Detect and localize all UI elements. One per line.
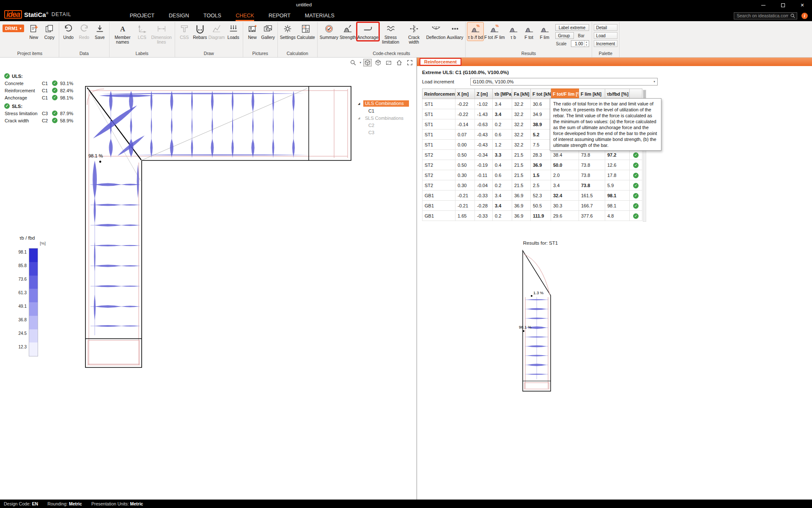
undo-button[interactable]: Undo xyxy=(61,22,76,41)
load-button[interactable]: Load xyxy=(594,32,617,39)
new-button[interactable]: New xyxy=(245,22,260,41)
display-mode-button[interactable] xyxy=(374,59,382,66)
menu-item-design[interactable]: DESIGN xyxy=(169,10,189,21)
b-f-bd-button[interactable]: %τ b /f bd xyxy=(467,22,483,41)
summary-row: Crack widthC2✓58.9% xyxy=(4,118,73,123)
expander-icon[interactable]: ◢ xyxy=(358,116,363,120)
column-header[interactable]: X [m] xyxy=(455,89,475,99)
f-tot-button[interactable]: F tot xyxy=(521,22,537,41)
zoom-menu-chevron-icon[interactable]: ▾ xyxy=(359,61,361,64)
table-row[interactable]: ST20.30-0.110.621.51.52.073.817.8✓ xyxy=(422,170,642,180)
table-cell: 32.2 xyxy=(512,99,531,109)
table-cell: 73.8 xyxy=(579,160,605,170)
status-cell: ✓ xyxy=(630,211,642,221)
loads-button[interactable]: Loads xyxy=(226,22,241,41)
column-header[interactable]: F tot/F lim [%] xyxy=(551,89,579,99)
table-row[interactable]: GB1-0.21-0.283.436.950.530.3166.798.1✓ xyxy=(422,201,642,211)
legend-color-segment xyxy=(29,262,38,276)
search-box[interactable] xyxy=(734,12,797,19)
table-row[interactable]: ST20.50-0.343.321.528.338.473.897.2✓ xyxy=(422,150,642,160)
settings-icon xyxy=(282,23,293,34)
home-view-button[interactable] xyxy=(395,59,403,66)
label-extreme-button[interactable]: Label extreme xyxy=(555,24,589,31)
table-row[interactable]: GB1-0.21-0.333.436.952.332.4161.598.1✓ xyxy=(422,190,642,201)
b-button[interactable]: τ b xyxy=(506,22,521,41)
menu-item-tools[interactable]: TOOLS xyxy=(203,10,221,21)
table-cell: ST2 xyxy=(422,180,455,190)
check-summary: ✓ULS:ConcreteC1✓93.1%ReinforcementC1✓82.… xyxy=(4,70,73,123)
tree-item-sls-combinations[interactable]: ◢SLS Combinations xyxy=(358,114,409,121)
search-input[interactable] xyxy=(734,12,797,19)
save-button[interactable]: Save xyxy=(92,22,107,41)
table-cell: 7.5 xyxy=(531,140,551,150)
tree-item-c2[interactable]: C2 xyxy=(358,121,409,129)
expander-icon[interactable]: ◢ xyxy=(358,102,363,105)
increment-button[interactable]: Increment xyxy=(594,40,617,47)
tree-item-c1[interactable]: C1 xyxy=(358,107,409,114)
table-row[interactable]: GB11.65-0.330.236.9111.929.6377.64.8✓ xyxy=(422,211,642,221)
table-cell: -0.43 xyxy=(475,130,493,140)
auxiliary-button[interactable]: Auxiliary xyxy=(446,22,464,41)
column-header[interactable]: Z [m] xyxy=(475,89,493,99)
member-names-button[interactable]: AMember names xyxy=(111,22,134,45)
section-view-button[interactable] xyxy=(384,59,393,66)
strength-button[interactable]: Strength xyxy=(339,22,357,41)
table-cell: 30.3 xyxy=(551,201,579,211)
column-header[interactable] xyxy=(630,89,642,99)
info-icon[interactable]: i xyxy=(801,13,808,19)
scale-input[interactable] xyxy=(571,41,584,47)
table-cell: -0.34 xyxy=(475,150,493,160)
gallery-button[interactable]: Gallery xyxy=(261,22,276,41)
anchorage-button[interactable]: Anchorage xyxy=(357,22,379,41)
zoom-fit-button[interactable] xyxy=(406,59,414,66)
legend-tick: 85.8 xyxy=(19,263,27,268)
tree-item-c3[interactable]: C3 xyxy=(358,129,409,136)
table-cell: -0.28 xyxy=(475,201,493,211)
detail-button[interactable]: Detail xyxy=(594,24,617,31)
tree-item-uls-combinations[interactable]: ◢ULS Combinations xyxy=(358,100,409,107)
load-increment-select[interactable]: G100.0%, V100.0% ▾ xyxy=(470,78,658,86)
minimize-button[interactable] xyxy=(754,0,773,10)
column-header[interactable]: Reinforcement xyxy=(422,89,455,99)
search-icon[interactable] xyxy=(790,13,796,19)
calculate-button[interactable]: Calculate xyxy=(296,22,315,41)
menu-item-report[interactable]: REPORT xyxy=(269,10,291,21)
deflection-button[interactable]: Deflection xyxy=(426,22,446,41)
column-header[interactable]: τb/fbd [%] xyxy=(605,89,630,99)
table-cell: 3.4 xyxy=(493,190,512,201)
legend-ticks: 98.185.873.661.349.136.824.512.3 xyxy=(15,248,29,356)
menu-item-project[interactable]: PROJECT xyxy=(130,10,154,21)
table-row[interactable]: ST20.50-0.190.421.536.950.073.812.6✓ xyxy=(422,160,642,170)
column-header[interactable]: Fa [kN] xyxy=(512,89,531,99)
close-button[interactable]: ✕ xyxy=(793,0,812,10)
check-ok-icon: ✓ xyxy=(633,213,639,219)
menubar: idea StatiCa® DETAIL PROJECTDESIGNTOOLSC… xyxy=(0,10,812,21)
zoom-tool-button[interactable] xyxy=(349,59,357,66)
diagram-icon xyxy=(211,23,222,34)
tab-reinforcement[interactable]: Reinforcement xyxy=(420,58,461,66)
group-button[interactable]: Group xyxy=(555,32,574,39)
table-cell: 0.6 xyxy=(493,130,512,140)
rebars-button[interactable]: Rebars xyxy=(192,22,208,41)
new-button[interactable]: New xyxy=(26,22,41,41)
menu-item-materials[interactable]: MATERIALS xyxy=(305,10,335,21)
column-header[interactable]: F tot [kN] xyxy=(531,89,551,99)
column-header[interactable]: τb [MPa] xyxy=(493,89,512,99)
f-lim-button[interactable]: F lim xyxy=(537,22,552,41)
table-row[interactable]: ST20.30-0.040.221.52.53.473.85.9✓ xyxy=(422,180,642,190)
crack-width-button[interactable]: Crack width xyxy=(403,22,425,45)
maximize-button[interactable] xyxy=(773,0,793,10)
summary-button[interactable]: Summary xyxy=(319,22,339,41)
stepper-arrows-icon[interactable]: ▴▾ xyxy=(584,41,589,47)
menu-item-check[interactable]: CHECK xyxy=(236,10,254,21)
table-cell: 21.5 xyxy=(512,170,531,180)
axonometry-view-button[interactable] xyxy=(363,59,372,66)
scale-stepper[interactable]: ▴▾ xyxy=(571,40,589,47)
canvas-area[interactable]: 98.1 % ✓ULS:ConcreteC1✓93.1%Reinforcemen… xyxy=(0,58,417,500)
active-item-selector[interactable]: DRM1▾ xyxy=(3,25,24,32)
copy-button[interactable]: Copy xyxy=(42,22,57,41)
settings-button[interactable]: Settings xyxy=(280,22,296,41)
column-header[interactable]: F lim [kN] xyxy=(579,89,605,99)
stress-limitation-button[interactable]: Stress limitation xyxy=(379,22,402,45)
f-tot-f-lim-button[interactable]: %F tot /F lim xyxy=(484,22,505,41)
